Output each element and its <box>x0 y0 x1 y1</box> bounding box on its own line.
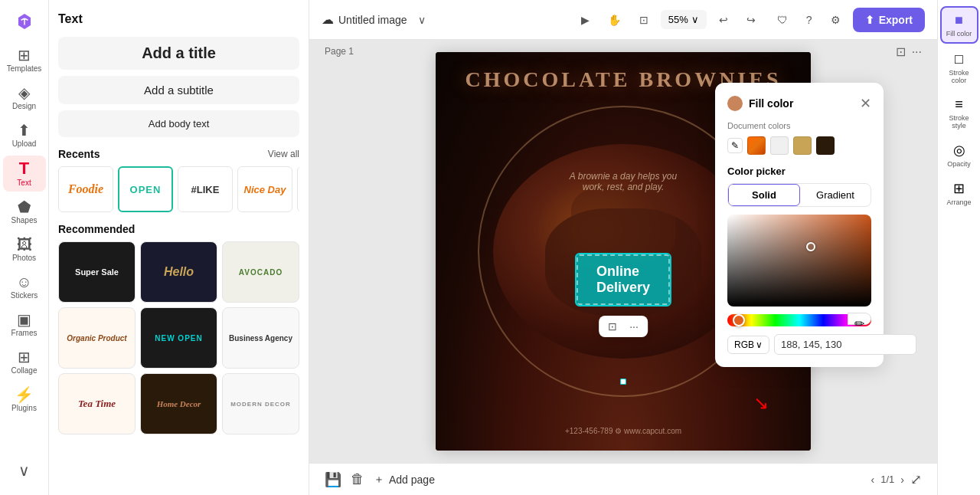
stroke-color-tool-icon: □ <box>955 51 963 67</box>
app-logo[interactable] <box>9 6 40 40</box>
zoom-dropdown-icon: ∨ <box>691 14 699 25</box>
recommended-grid: Super Sale Hello AVOCADO Organic Product… <box>58 241 299 434</box>
file-dropdown-button[interactable]: ∨ <box>412 9 432 31</box>
recents-grid: Foodie OPEN #LIKE Nice Day › <box>58 166 299 212</box>
swatch-orange-grad[interactable] <box>747 136 766 155</box>
sidebar-item-templates[interactable]: ⊞ Templates <box>3 43 46 77</box>
sidebar-item-upload[interactable]: ⬆ Upload <box>3 118 46 152</box>
recent-item-like[interactable]: #LIKE <box>178 166 233 212</box>
text-icon: T <box>19 160 29 177</box>
photos-icon: 🖼 <box>17 237 32 252</box>
sidebar-item-frames[interactable]: ▣ Frames <box>3 307 46 342</box>
sidebar-item-design[interactable]: ◈ Design <box>3 80 46 115</box>
color-gradient-picker[interactable] <box>727 215 871 307</box>
swatch-light[interactable] <box>770 136 789 155</box>
doc-colors-label: Document colors <box>727 121 871 130</box>
zoom-button[interactable]: 55% ∨ <box>661 10 707 29</box>
add-body-button[interactable]: Add body text <box>58 110 299 137</box>
cloud-icon: ☁ <box>322 12 334 27</box>
layout-button[interactable]: ⊡ <box>633 9 655 31</box>
page-count: 1/1 <box>880 474 894 485</box>
sidebar-item-stickers[interactable]: ☺ Stickers <box>3 270 46 304</box>
view-all-button[interactable]: View all <box>268 149 299 159</box>
help-button[interactable]: ? <box>800 9 818 31</box>
top-toolbar: ☁ Untitled image ∨ ▶ ✋ ⊡ 55% ∨ ↩ ↪ 🛡 ? ⚙… <box>309 0 937 40</box>
export-button[interactable]: ⬆ Export <box>853 8 925 32</box>
gradient-tab[interactable]: Gradient <box>800 184 871 206</box>
shield-button[interactable]: 🛡 <box>771 9 794 31</box>
color-picker-cursor <box>806 242 815 251</box>
fill-popup-close[interactable]: ✕ <box>860 95 871 112</box>
plugins-icon: ⚡ <box>15 387 34 402</box>
add-page-button[interactable]: ＋ Add page <box>374 473 435 487</box>
subtitle-line1: A brownie a day helps you <box>570 171 677 182</box>
bottom-toolbar-left: 💾 🗑 ＋ Add page <box>325 471 435 488</box>
swatch-dark[interactable] <box>816 136 835 155</box>
hand-tool-button[interactable]: ✋ <box>602 9 627 31</box>
templates-icon: ⊞ <box>18 48 31 63</box>
edit-colors-button[interactable]: ✎ <box>727 138 743 153</box>
page-option-expand[interactable]: ⊡ <box>896 44 906 59</box>
fill-color-tool[interactable]: ■ Fill color <box>940 6 978 44</box>
fill-color-dot <box>727 96 743 111</box>
floating-context-menu: ⊡ ··· <box>599 316 648 337</box>
next-page-button[interactable]: › <box>900 474 904 486</box>
arrange-tool[interactable]: ⊞ Arrange <box>940 175 978 211</box>
zoom-value: 55% <box>668 14 688 25</box>
eyedropper-button[interactable]: ✏ <box>848 313 871 325</box>
shapes-icon: ⬟ <box>18 199 31 215</box>
rec-organic[interactable]: Organic Product <box>58 307 136 369</box>
context-icon-button[interactable]: ⊡ <box>605 319 620 334</box>
solid-gradient-tabs: Solid Gradient <box>727 183 871 207</box>
hue-slider-row: ✏ <box>727 314 871 326</box>
arrange-tool-icon: ⊞ <box>953 180 965 197</box>
rgb-value-input[interactable] <box>774 334 916 355</box>
sidebar-item-photos[interactable]: 🖼 Photos <box>3 232 46 267</box>
fill-color-popup: Fill color ✕ Document colors ✎ Color pic… <box>715 83 884 367</box>
expand-button[interactable]: ⤢ <box>910 471 922 488</box>
settings-button[interactable]: ⚙ <box>825 9 847 31</box>
rec-modern-decor[interactable]: MODERN DECOR <box>222 373 299 434</box>
redo-button[interactable]: ↪ <box>740 9 762 31</box>
play-button[interactable]: ▶ <box>575 9 596 31</box>
collage-icon: ⊞ <box>18 349 31 365</box>
swatch-tan[interactable] <box>793 136 812 155</box>
recent-item-foodie[interactable]: Foodie <box>58 166 113 212</box>
stroke-style-tool[interactable]: ≡ Stroke style <box>940 92 978 134</box>
sidebar-item-text[interactable]: T Text <box>3 156 46 192</box>
solid-tab[interactable]: Solid <box>728 184 800 206</box>
bottom-toolbar: 💾 🗑 ＋ Add page ‹ 1/1 › ⤢ <box>309 463 937 495</box>
recent-item-nice-day[interactable]: Nice Day <box>237 166 292 212</box>
rec-tea-time[interactable]: Tea Time <box>58 373 136 434</box>
frames-icon: ▣ <box>17 312 31 327</box>
rgb-label-button[interactable]: RGB ∨ <box>727 336 769 354</box>
context-more-button[interactable]: ··· <box>626 319 642 334</box>
rec-hello[interactable]: Hello <box>140 241 217 303</box>
rec-business[interactable]: Business Agency <box>222 307 299 369</box>
sidebar-item-collage[interactable]: ⊞ Collage <box>3 345 46 379</box>
rec-home-decor[interactable]: Home Decor <box>140 373 217 434</box>
opacity-tool[interactable]: ◎ Opacity <box>940 137 978 172</box>
recent-more-button[interactable]: › <box>297 166 299 212</box>
save-to-folder-button[interactable]: 💾 <box>325 471 341 488</box>
stroke-color-tool[interactable]: □ Stroke color <box>940 47 978 89</box>
add-title-button[interactable]: Add a title <box>58 37 299 70</box>
sidebar-item-plugins[interactable]: ⚡ Plugins <box>3 382 46 417</box>
rec-new-open[interactable]: NEW OPEN <box>140 307 217 369</box>
add-subtitle-button[interactable]: Add a subtitle <box>58 76 299 104</box>
recent-item-open[interactable]: OPEN <box>118 166 173 212</box>
prev-page-button[interactable]: ‹ <box>871 474 875 486</box>
delivery-text[interactable]: Online Delivery <box>577 254 670 305</box>
rec-super-sale[interactable]: Super Sale <box>58 241 136 303</box>
fill-color-tool-icon: ■ <box>955 12 963 28</box>
main-area: ☁ Untitled image ∨ ▶ ✋ ⊡ 55% ∨ ↩ ↪ 🛡 ? ⚙… <box>309 0 937 495</box>
collapse-button[interactable]: ∨ <box>3 458 46 483</box>
page-option-more[interactable]: ··· <box>912 44 922 59</box>
recents-header: Recents View all <box>58 148 299 160</box>
rec-avocado[interactable]: AVOCADO <box>222 241 299 303</box>
undo-button[interactable]: ↩ <box>713 9 734 31</box>
delete-page-button[interactable]: 🗑 <box>351 471 364 487</box>
recents-label: Recents <box>58 148 100 160</box>
opacity-tool-icon: ◎ <box>953 142 965 159</box>
sidebar-item-shapes[interactable]: ⬟ Shapes <box>3 195 46 229</box>
